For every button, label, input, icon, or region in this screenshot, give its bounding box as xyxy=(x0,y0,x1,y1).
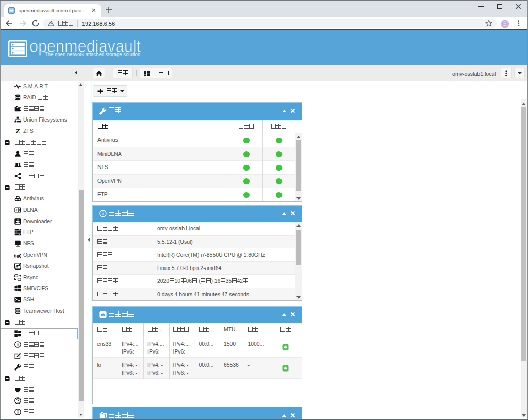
svg-text:The open network attached stor: The open network attached storage soluti… xyxy=(45,52,140,57)
svg-text:Z: Z xyxy=(15,128,20,135)
